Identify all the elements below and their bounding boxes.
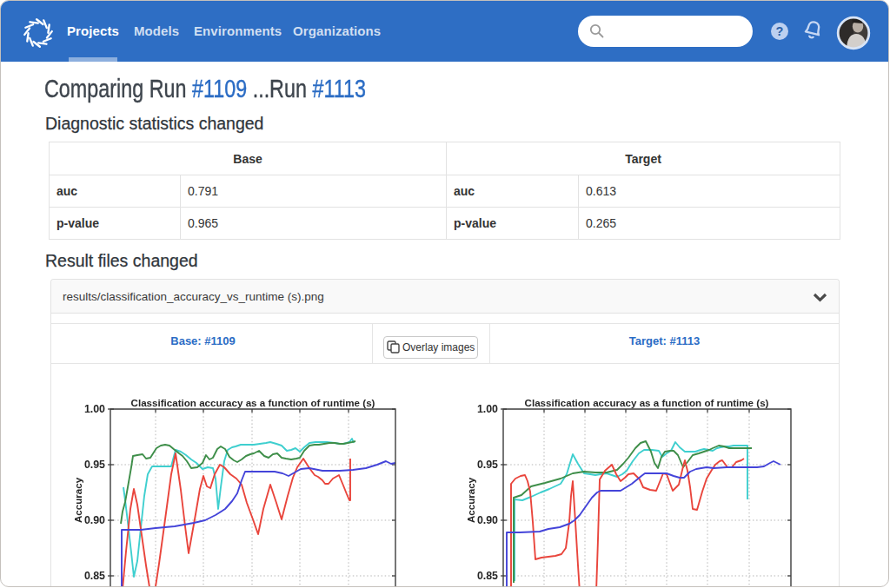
svg-text:0.85: 0.85 bbox=[477, 570, 498, 582]
svg-text:0.90: 0.90 bbox=[477, 514, 498, 526]
svg-text:Accuracy: Accuracy bbox=[72, 477, 83, 523]
svg-text:Classification accuracy as a f: Classification accuracy as a function of… bbox=[525, 397, 769, 408]
svg-text:0.90: 0.90 bbox=[84, 514, 105, 526]
svg-text:1.00: 1.00 bbox=[84, 403, 105, 415]
svg-text:0.95: 0.95 bbox=[84, 459, 105, 471]
svg-text:1.00: 1.00 bbox=[477, 403, 498, 415]
svg-text:Accuracy: Accuracy bbox=[465, 477, 476, 523]
svg-text:0.85: 0.85 bbox=[84, 570, 105, 582]
svg-text:Classification accuracy as a f: Classification accuracy as a function of… bbox=[131, 397, 375, 408]
svg-text:0.95: 0.95 bbox=[477, 459, 498, 471]
